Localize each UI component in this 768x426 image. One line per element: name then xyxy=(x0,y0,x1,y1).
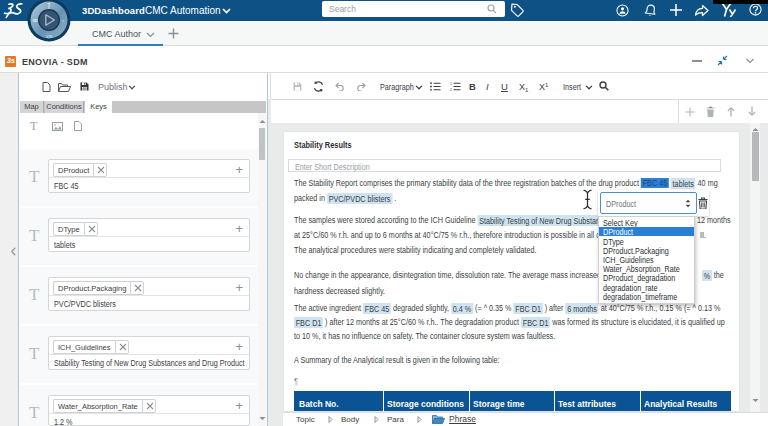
svg-text:1: 1 xyxy=(450,82,452,86)
svg-text:2: 2 xyxy=(450,88,452,91)
svg-text:V.R: V.R xyxy=(46,35,52,39)
svg-text:T: T xyxy=(48,3,51,8)
svg-text:3D: 3D xyxy=(32,18,37,23)
